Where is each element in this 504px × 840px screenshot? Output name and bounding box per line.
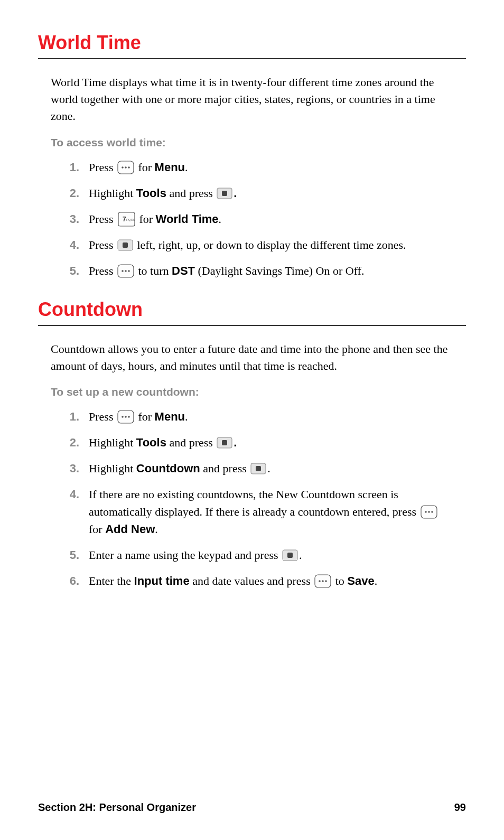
cd-step-5: 5. Enter a name using the keypad and pre… <box>59 546 453 564</box>
cd-step-1: 1. Press for Menu. <box>59 408 453 425</box>
seven-key-icon <box>117 212 135 227</box>
wt-step-5: 5. Press to turn DST (Daylight Savings T… <box>59 262 453 279</box>
wt-step-1: 1. Press for Menu. <box>59 158 453 176</box>
footer-page-number: 99 <box>454 801 466 814</box>
countdown-rule <box>38 325 466 326</box>
footer-section: Section 2H: Personal Organizer <box>38 801 196 814</box>
ok-key-icon <box>250 462 266 475</box>
step-number: 3. <box>59 210 79 228</box>
cd-step-4: 4. If there are no existing countdowns, … <box>59 486 453 538</box>
step-number: 6. <box>59 572 79 590</box>
world-time-subhead: To access world time: <box>51 136 453 149</box>
step-body: If there are no existing countdowns, the… <box>89 486 453 538</box>
countdown-steps: 1. Press for Menu. 2. Highlight Tools an… <box>59 408 453 590</box>
step-body: Highlight Tools and press . <box>89 434 453 451</box>
menu-key-icon <box>117 161 134 174</box>
world-time-intro: World Time displays what time it is in t… <box>51 74 453 125</box>
step-number: 2. <box>59 434 79 451</box>
step-body: Press for World Time. <box>89 210 453 228</box>
step-body: Highlight Countdown and press . <box>89 460 453 477</box>
world-time-heading: World Time <box>38 32 466 54</box>
ok-key-icon <box>217 186 232 200</box>
step-number: 2. <box>59 184 79 202</box>
step-number: 1. <box>59 158 79 176</box>
world-time-steps: 1. Press for Menu. 2. Highlight Tools an… <box>59 158 453 279</box>
step-body: Highlight Tools and press . <box>89 184 453 202</box>
step-body: Enter a name using the keypad and press … <box>89 546 453 564</box>
step-number: 5. <box>59 546 79 564</box>
menu-key-icon <box>421 505 437 519</box>
world-time-rule <box>38 58 466 59</box>
step-number: 5. <box>59 262 79 279</box>
nav-key-icon <box>117 238 133 252</box>
step-body: Press for Menu. <box>89 158 453 176</box>
step-body: Enter the Input time and date values and… <box>89 572 453 590</box>
ok-key-icon <box>282 548 298 562</box>
step-body: Press left, right, up, or down to displa… <box>89 236 453 254</box>
menu-key-icon <box>314 574 331 588</box>
cd-step-3: 3. Highlight Countdown and press . <box>59 460 453 477</box>
step-body: Press to turn DST (Daylight Savings Time… <box>89 262 453 279</box>
cd-step-6: 6. Enter the Input time and date values … <box>59 572 453 590</box>
step-number: 4. <box>59 236 79 254</box>
countdown-subhead: To set up a new countdown: <box>51 386 453 398</box>
ok-key-icon <box>217 436 232 450</box>
step-number: 3. <box>59 460 79 477</box>
step-number: 4. <box>59 486 79 503</box>
wt-step-3: 3. Press for World Time. <box>59 210 453 228</box>
wt-step-4: 4. Press left, right, up, or down to dis… <box>59 236 453 254</box>
cd-step-2: 2. Highlight Tools and press . <box>59 434 453 451</box>
page-footer: Section 2H: Personal Organizer 99 <box>38 801 466 814</box>
countdown-intro: Countdown allows you to enter a future d… <box>51 341 453 375</box>
step-number: 1. <box>59 408 79 425</box>
menu-key-icon <box>117 264 134 278</box>
wt-step-2: 2. Highlight Tools and press . <box>59 184 453 202</box>
countdown-heading: Countdown <box>38 298 466 321</box>
menu-key-icon <box>117 410 134 424</box>
step-body: Press for Menu. <box>89 408 453 425</box>
